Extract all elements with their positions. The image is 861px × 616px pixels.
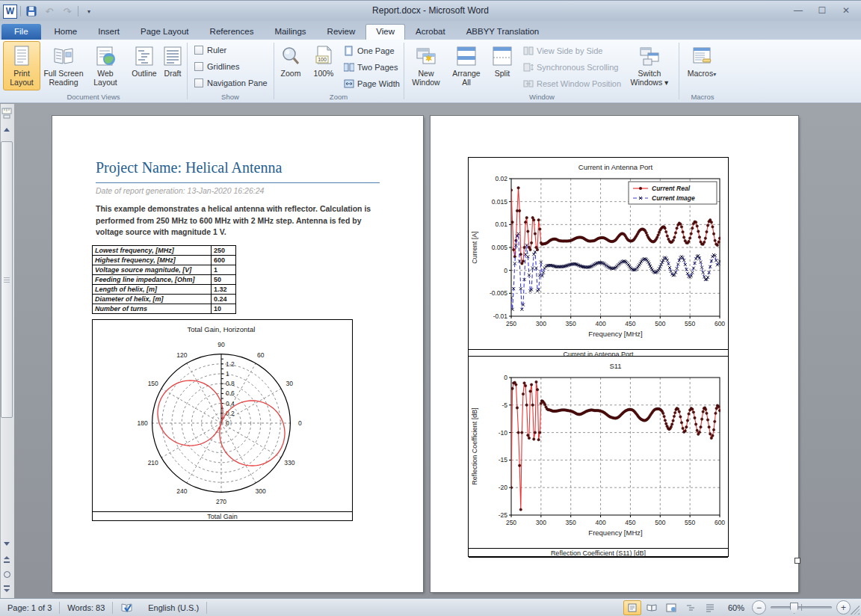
x-tick-label: 300 xyxy=(536,519,546,526)
web-layout-label: Web Layout xyxy=(87,70,123,87)
view-side-by-side-label: View Side by Side xyxy=(537,46,602,55)
split-label: Split xyxy=(495,70,510,78)
y-tick-label: -20 xyxy=(499,484,508,491)
split-button[interactable]: Split xyxy=(487,41,517,90)
tab-references[interactable]: References xyxy=(200,24,265,40)
web-layout-button[interactable]: Web Layout xyxy=(87,41,124,90)
word-count[interactable]: Words: 83 xyxy=(60,601,112,615)
y-tick-label: 0.005 xyxy=(492,244,508,251)
next-page-button[interactable] xyxy=(1,582,13,594)
zoom-button[interactable]: Zoom xyxy=(275,41,306,90)
figure-resize-handle[interactable] xyxy=(794,558,800,564)
ruler-checkbox[interactable]: Ruler xyxy=(194,46,226,55)
scroll-up-arrow[interactable] xyxy=(1,123,13,135)
one-page-button[interactable]: One Page xyxy=(344,46,395,56)
status-bar: Page: 1 of 3 Words: 83 English (U.S.) 60… xyxy=(0,598,861,616)
full-screen-reading-button[interactable]: Full Screen Reading xyxy=(42,41,85,90)
outline-button[interactable]: Outline xyxy=(126,41,163,90)
group-separator xyxy=(404,43,404,99)
x-tick-label: 550 xyxy=(685,320,695,327)
table-row: Diameter of helix, [m]0.24 xyxy=(93,295,236,304)
s11-figure[interactable]: S112503003504004505005506000-5-10-15-20-… xyxy=(468,356,729,557)
tab-mailings[interactable]: Mailings xyxy=(264,24,316,40)
full-screen-reading-view-button[interactable] xyxy=(643,600,661,615)
minimize-button[interactable]: — xyxy=(788,4,809,17)
select-browse-object-button[interactable] xyxy=(1,568,13,580)
angle-tick-label: 0 xyxy=(298,419,302,427)
radial-tick-label: 1.2 xyxy=(226,360,235,368)
gridlines-checkbox[interactable]: Gridlines xyxy=(194,62,239,71)
page-indicator[interactable]: Page: 1 of 3 xyxy=(0,601,59,615)
y-tick-label: 0.02 xyxy=(495,175,507,182)
synchronous-scrolling-label: Synchronous Scrolling xyxy=(537,63,618,72)
axis-ticks xyxy=(509,378,720,517)
resize-grip[interactable] xyxy=(851,606,860,615)
reset-window-position-button: Reset Window Position xyxy=(523,78,621,89)
draft-button[interactable]: Draft xyxy=(160,41,185,90)
group-separator xyxy=(187,43,188,99)
reset-window-position-icon xyxy=(523,78,534,89)
scroll-down-arrow[interactable] xyxy=(1,538,13,549)
table-row: Voltage source magnitude, [V]1 xyxy=(93,265,236,275)
print-layout-button[interactable]: Print Layout xyxy=(3,41,40,90)
arrange-all-label: Arrange All xyxy=(448,70,485,87)
tab-file[interactable]: File xyxy=(1,24,41,40)
tab-acrobat[interactable]: Acrobat xyxy=(405,24,456,40)
macros-label: Macros▾ xyxy=(688,70,716,79)
web-layout-view-button[interactable] xyxy=(662,600,680,615)
zoom-slider-thumb[interactable] xyxy=(790,603,798,614)
print-layout-view-button[interactable] xyxy=(623,600,641,615)
zoom-slider-center-tick xyxy=(801,604,802,611)
two-pages-button[interactable]: Two Pages xyxy=(344,62,398,73)
tab-home[interactable]: Home xyxy=(44,24,88,40)
ruler-label: Ruler xyxy=(207,46,226,55)
maximize-button[interactable]: ☐ xyxy=(812,4,833,17)
zoom-label: Zoom xyxy=(281,70,301,78)
angle-tick-label: 90 xyxy=(217,341,225,348)
scrollbar-thumb[interactable] xyxy=(1,141,13,418)
tab-abbyy-translation[interactable]: ABBYY Translation xyxy=(456,24,550,40)
tab-review[interactable]: Review xyxy=(317,24,366,40)
language-indicator[interactable]: English (U.S.) xyxy=(141,601,206,615)
close-button[interactable]: ✕ xyxy=(836,4,857,17)
checkbox-icon xyxy=(194,46,203,55)
x-tick-label: 400 xyxy=(595,519,605,526)
page-width-button[interactable]: Page Width xyxy=(344,78,400,89)
tab-page-layout[interactable]: Page Layout xyxy=(130,24,200,40)
param-value: 1.32 xyxy=(212,285,236,295)
x-tick-label: 600 xyxy=(715,519,725,526)
view-side-by-side-icon xyxy=(523,46,534,56)
group-separator xyxy=(679,43,679,99)
radial-tick-label: 0.2 xyxy=(226,410,235,417)
title-bar: W ↶ ↷ ▾ Report.docx - Microsoft Word — ☐… xyxy=(0,0,861,21)
one-page-icon xyxy=(344,46,354,56)
navigation-pane-label: Navigation Pane xyxy=(207,78,268,87)
current-figure[interactable]: Current in Antenna Port25030035040045050… xyxy=(468,157,729,358)
zoom-slider[interactable] xyxy=(771,606,832,609)
arrange-all-button[interactable]: Arrange All xyxy=(447,41,486,90)
x-tick-label: 500 xyxy=(655,320,665,327)
zoom-level[interactable]: 60% xyxy=(728,603,744,612)
new-window-button[interactable]: New Window xyxy=(407,41,445,90)
outline-view-button[interactable] xyxy=(682,600,700,615)
zoom-100-button[interactable]: 100 100% xyxy=(308,41,339,90)
navigation-pane-checkbox[interactable]: Navigation Pane xyxy=(194,78,268,87)
view-ruler-toggle-icon[interactable] xyxy=(1,107,13,119)
draft-view-button[interactable] xyxy=(701,600,719,615)
angle-tick-label: 60 xyxy=(257,351,265,359)
s11-chart: S112503003504004505005506000-5-10-15-20-… xyxy=(469,357,726,545)
macros-button[interactable]: Macros▾ xyxy=(683,41,720,90)
document-page-2[interactable]: Current in Antenna Port25030035040045050… xyxy=(430,116,798,592)
tab-insert[interactable]: Insert xyxy=(87,24,130,40)
zoom-out-button[interactable]: − xyxy=(752,600,766,615)
new-window-icon xyxy=(414,44,438,68)
total-gain-polar-chart: Total Gain, Horizontal00.20.40.60.811.20… xyxy=(93,320,351,508)
zoom-in-button[interactable]: + xyxy=(836,600,851,615)
proofing-status[interactable] xyxy=(113,601,141,615)
tab-view[interactable]: View xyxy=(365,24,405,40)
legend: Current RealCurrent Image xyxy=(629,182,717,204)
previous-page-button[interactable] xyxy=(1,554,13,566)
total-gain-figure[interactable]: Total Gain, Horizontal00.20.40.60.811.20… xyxy=(92,319,353,521)
document-page-1[interactable]: Project Name: Helical Antenna Date of re… xyxy=(52,116,423,592)
switch-windows-button[interactable]: Switch Windows ▾ xyxy=(626,41,673,90)
